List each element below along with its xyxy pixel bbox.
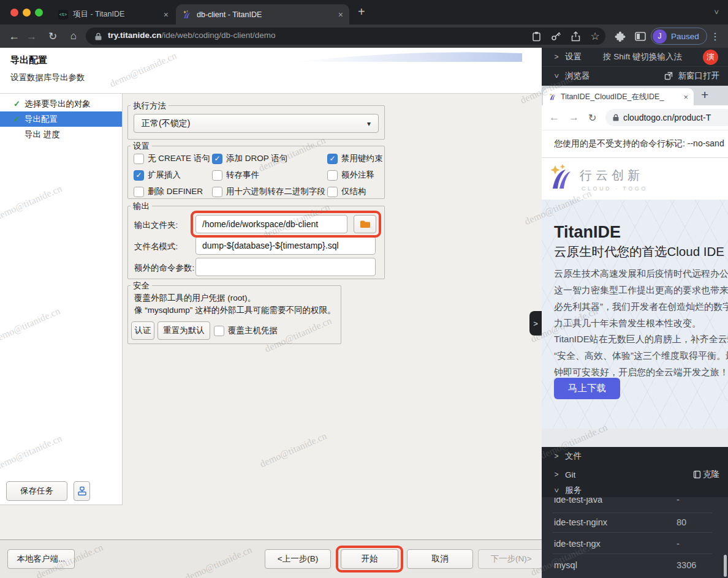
service-row[interactable]: ide-test-ngx -	[542, 535, 728, 554]
clipboard-icon[interactable]	[531, 24, 542, 48]
close-tab-icon[interactable]: ×	[683, 92, 688, 102]
forward-icon[interactable]: →	[569, 105, 579, 130]
step-export-progress[interactable]: ✓ 导出 进度	[0, 127, 122, 142]
option-add-drop[interactable]: ✓添加 DROP 语句	[212, 153, 327, 164]
settings-section-label: 设置	[565, 51, 582, 62]
panel-collapse-handle[interactable]: >	[529, 311, 542, 336]
header-decoration	[294, 51, 522, 62]
hero-paragraph-line: 钟即可安装好，开启您的全云端开发之旅！	[554, 367, 728, 378]
service-port: -	[677, 497, 680, 505]
service-row[interactable]: ide-test-java -	[542, 497, 728, 509]
group-label: 输出	[131, 201, 152, 212]
share-icon[interactable]	[570, 24, 581, 48]
open-new-window-label[interactable]: 新窗口打开	[678, 70, 720, 81]
service-row[interactable]: ide-test-nginx 80	[542, 514, 728, 532]
close-tab-icon[interactable]: ×	[338, 10, 343, 19]
cloudtogo-logo-block: 行云创新 CLOUD · TOGO	[542, 158, 728, 200]
option-hex-binary[interactable]: ✓用十六进制转存二进制字段	[212, 186, 327, 197]
lock-icon	[613, 114, 619, 121]
reset-default-button[interactable]: 重置为默认	[157, 321, 210, 340]
download-button[interactable]: 马上下载	[554, 378, 620, 399]
hero-paragraph-line: 云原生技术高速发展和后疫情时代远程办公等	[554, 268, 728, 280]
tab-db-client[interactable]: db-client - TitanIDE ×	[176, 4, 349, 24]
option-extended-insert[interactable]: ✓扩展插入	[134, 170, 212, 181]
extra-args-input[interactable]	[195, 258, 376, 276]
files-panel-row[interactable]: > 文件	[542, 447, 728, 465]
tab-title: 项目 - TitanIDE	[73, 9, 159, 20]
profile-chip[interactable]: J Paused	[651, 28, 707, 45]
checkbox-icon: ✓	[134, 187, 144, 197]
option-no-create[interactable]: ✓无 CREATE 语句	[134, 153, 212, 164]
embedded-nav-bar: ← → ↻ cloudtogo.cn/product-T	[542, 105, 728, 130]
service-port: 80	[677, 517, 686, 527]
cancel-button[interactable]: 取消	[407, 549, 473, 569]
bookmark-star-icon[interactable]: ☆	[589, 24, 601, 48]
git-panel-row[interactable]: > Git 克隆	[542, 465, 728, 484]
back-icon[interactable]: ←	[549, 105, 559, 130]
extensions-puzzle-icon[interactable]	[614, 24, 626, 48]
step-check-icon: ✓	[13, 99, 23, 108]
exec-method-value: 正常(不锁定)	[142, 118, 190, 129]
git-panel-label: Git	[565, 470, 575, 479]
option-dump-events[interactable]: ✓转存事件	[212, 170, 327, 181]
browser-section-row[interactable]: > 浏览器 新窗口打开	[542, 66, 728, 86]
ide-side-panel: > 设置 按 Shift 键切换输入法 演 > 浏览器 新窗口打开	[542, 48, 728, 578]
hero-paragraph-line: TitanIDE站在无数巨人的肩膀上，补齐全云端	[554, 334, 728, 345]
exec-method-select[interactable]: 正常(不锁定) ▾	[134, 114, 379, 133]
services-panel-row[interactable]: > 服务	[542, 484, 728, 497]
key-icon[interactable]	[550, 24, 561, 48]
service-row[interactable]: mysql 3306	[542, 557, 728, 575]
option-label: 覆盖主机凭据	[228, 325, 278, 336]
open-new-window-icon[interactable]	[664, 72, 673, 80]
home-icon[interactable]: ⌂	[67, 24, 80, 48]
save-preset-icon-button[interactable]	[74, 481, 90, 501]
reload-icon[interactable]: ↻	[588, 105, 596, 130]
sync-status: Paused	[671, 32, 699, 41]
option-structure-only[interactable]: ✓仅结构	[327, 186, 383, 197]
url-path: /ide/web/coding/db-client/demo	[162, 31, 276, 40]
zoom-window-button[interactable]	[35, 9, 43, 17]
tab-search-icon[interactable]: >	[713, 10, 722, 15]
option-label: 转存事件	[226, 170, 259, 181]
reload-icon[interactable]: ↻	[46, 24, 59, 48]
browse-folder-button[interactable]	[354, 215, 376, 233]
side-panel-icon[interactable]	[634, 24, 646, 48]
embedded-tab[interactable]: TitanIDE_CloudIDE_在线IDE_ ×	[543, 88, 694, 105]
option-extra-comments[interactable]: ✓额外注释	[327, 170, 383, 181]
forward-icon[interactable]: →	[25, 24, 38, 48]
close-window-button[interactable]	[10, 9, 18, 17]
option-remove-definer[interactable]: ✓删除 DEFINER	[134, 186, 212, 197]
back-icon[interactable]: ←	[7, 24, 21, 48]
demo-badge: 演	[703, 50, 718, 65]
minimize-window-button[interactable]	[23, 9, 31, 17]
option-disable-keys[interactable]: ✓禁用键约束	[327, 153, 383, 164]
new-tab-button[interactable]: +	[701, 88, 708, 102]
auth-button[interactable]: 认证	[131, 321, 154, 340]
step-label: 导出配置	[25, 114, 58, 125]
dialog-header: 导出配置 设置数据库导出参数	[0, 48, 542, 94]
back-step-button[interactable]: <上一步(B)	[265, 549, 331, 569]
override-host-credentials-checkbox[interactable]: ✓ 覆盖主机凭据	[214, 325, 278, 336]
clone-repo-label[interactable]: 克隆	[703, 469, 719, 480]
save-task-button[interactable]: 保存任务	[6, 481, 67, 501]
close-tab-icon[interactable]: ×	[164, 10, 169, 19]
service-name: ide-test-nginx	[554, 517, 607, 527]
embedded-address-bar[interactable]: cloudtogo.cn/product-T	[605, 109, 728, 126]
titanide-mono-favicon: <t>	[58, 10, 68, 20]
row-divider	[553, 532, 712, 533]
local-client-button[interactable]: 本地客户端...	[7, 549, 75, 569]
output-group: 输出 输出文件夹: 文件名模式: 额外的命令参数:	[127, 206, 385, 279]
menu-dots-icon[interactable]: ⋮	[710, 24, 721, 48]
step-select-objects[interactable]: ✓ 选择要导出的对象	[0, 96, 122, 111]
step-export-config[interactable]: ✓ 导出配置	[0, 111, 122, 127]
start-button[interactable]: 开始	[341, 549, 398, 569]
clone-repo-icon[interactable]	[693, 470, 701, 479]
new-tab-button[interactable]: +	[358, 5, 365, 19]
tab-project[interactable]: <t> 项目 - TitanIDE ×	[52, 4, 175, 24]
filename-pattern-input[interactable]	[195, 236, 376, 255]
scrollbar-thumb[interactable]	[724, 555, 727, 577]
embedded-browser: TitanIDE_CloudIDE_在线IDE_ × + ← → ↻ cloud…	[542, 86, 728, 429]
settings-section-row[interactable]: > 设置 按 Shift 键切换输入法 演	[542, 48, 728, 67]
output-folder-input[interactable]	[195, 215, 347, 233]
row-divider	[553, 554, 712, 554]
